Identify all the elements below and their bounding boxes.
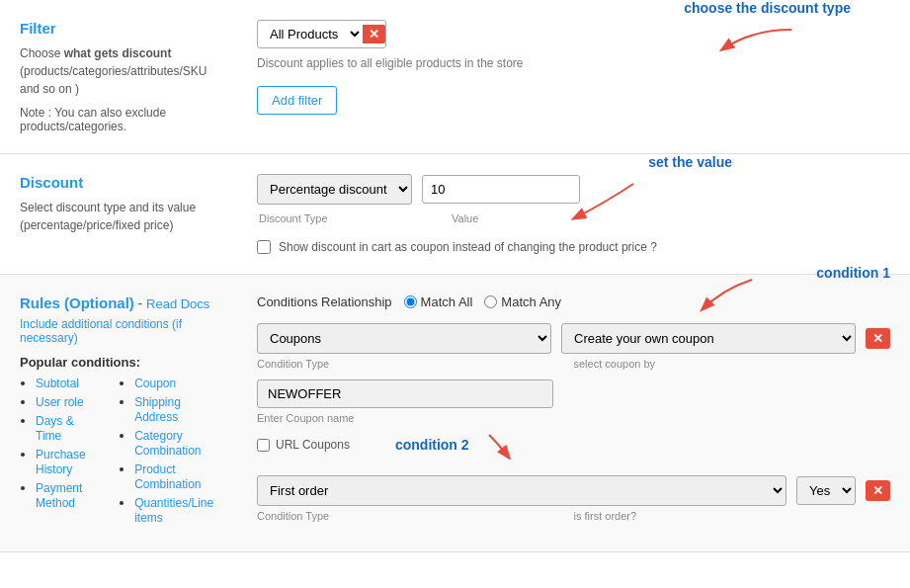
discount-content: Percentage discount Discount Type Value … (237, 174, 910, 254)
list-item: Subtotal (36, 376, 99, 390)
filter-desc: Choose what gets discount (products/cate… (20, 44, 217, 98)
discount-type-label: Discount Type (259, 212, 452, 224)
list-item: Payment Method (36, 480, 99, 510)
match-any-radio[interactable] (484, 295, 497, 308)
condition1-remove-button[interactable]: ✕ (866, 328, 890, 349)
discount-label-area: Discount Select discount type and its va… (0, 174, 237, 254)
match-all-radio[interactable] (404, 295, 417, 308)
url-coupon-checkbox[interactable] (257, 439, 270, 452)
show-as-coupon-row: Show discount in cart as coupon instead … (257, 240, 890, 254)
match-all-label[interactable]: Match All (404, 294, 473, 309)
coupon-name-area (257, 379, 890, 408)
condition2-labels: Condition Type is first order? (257, 510, 890, 522)
payment-method-link[interactable]: Payment Method (36, 481, 82, 510)
list-item: Coupon (134, 376, 217, 390)
discount-title: Discount (20, 174, 217, 191)
read-docs-link[interactable]: Read Docs (146, 296, 209, 311)
filter-hint: Discount applies to all eligible product… (257, 56, 890, 70)
condition2-value-label: is first order? (574, 510, 891, 522)
purchase-history-link[interactable]: Purchase History (36, 448, 86, 476)
discount-value-input[interactable] (422, 175, 580, 204)
list-item: Category Combination (134, 428, 217, 458)
condition1-type-select[interactable]: Coupons (257, 323, 551, 354)
annotation-choose-discount: choose the discount type (684, 0, 851, 16)
rules-title: Rules (Optional) (20, 294, 134, 311)
condition1-select-label: select coupon by (574, 358, 891, 370)
all-products-select[interactable]: All Products (258, 21, 363, 47)
conditions-relationship-row: Conditions Relationship Match All Match … (257, 294, 890, 309)
annotation-set-value: set the value (648, 154, 732, 170)
arrow-condition2 (479, 430, 538, 460)
rules-content: condition 1 Conditions Relationship Matc… (237, 294, 910, 532)
shipping-address-link[interactable]: Shipping Address (134, 395, 181, 424)
all-products-select-wrapper: All Products ✕ (257, 20, 386, 48)
list-item: Days & Time (36, 413, 99, 443)
discount-type-select[interactable]: Percentage discount (257, 174, 412, 205)
show-as-coupon-label: Show discount in cart as coupon instead … (279, 240, 657, 254)
condition2-value-select[interactable]: Yes (796, 476, 856, 505)
clear-filter-button[interactable]: ✕ (363, 25, 385, 43)
popular-col-2: Coupon Shipping Address Category Combina… (119, 376, 217, 529)
list-item: User role (36, 394, 99, 409)
list-item: Shipping Address (134, 394, 217, 424)
condition1-row: Coupons Create your own coupon ✕ (257, 323, 890, 354)
filter-content: All Products ✕ Discount applies to all e… (237, 20, 910, 133)
condition1-by-select[interactable]: Create your own coupon (561, 323, 856, 354)
list-item: Purchase History (36, 447, 99, 476)
add-filter-button[interactable]: Add filter (257, 86, 337, 115)
condition2-type-label: Condition Type (257, 510, 574, 522)
filter-title: Filter (20, 20, 217, 37)
url-coupon-label: URL Coupons (276, 438, 350, 452)
condition1-labels: Condition Type select coupon by (257, 358, 890, 370)
days-time-link[interactable]: Days & Time (36, 414, 74, 443)
show-as-coupon-checkbox[interactable] (257, 240, 271, 254)
product-combination-link[interactable]: Product Combination (134, 462, 201, 491)
coupon-link[interactable]: Coupon (134, 377, 176, 390)
discount-desc: Select discount type and its value (perc… (20, 199, 217, 234)
filter-label-area: Filter Choose what gets discount (produc… (0, 20, 237, 133)
rules-label-area: Rules (Optional) - Read Docs Include add… (0, 294, 237, 529)
quantities-line-items-link[interactable]: Quantities/Line items (134, 496, 213, 525)
coupon-name-input[interactable] (257, 379, 553, 408)
category-combination-link[interactable]: Category Combination (134, 429, 201, 458)
condition1-type-label: Condition Type (257, 358, 574, 370)
conditions-relationship-label: Conditions Relationship (257, 294, 392, 309)
list-item: Product Combination (134, 462, 217, 491)
condition2-remove-button[interactable]: ✕ (866, 480, 890, 501)
match-any-label[interactable]: Match Any (484, 294, 561, 309)
list-item: Quantities/Line items (134, 495, 217, 525)
annotation-condition2: condition 2 (395, 437, 469, 453)
condition2-type-select[interactable]: First order (257, 475, 786, 506)
filter-note: Note : You can also exclude products/cat… (20, 106, 217, 133)
subtotal-link[interactable]: Subtotal (36, 377, 79, 390)
popular-conditions-title: Popular conditions: (20, 355, 217, 370)
enter-coupon-label: Enter Coupon name (257, 412, 890, 424)
user-role-link[interactable]: User role (36, 395, 84, 409)
condition2-row: First order Yes ✕ (257, 475, 890, 506)
popular-conditions-grid: Subtotal User role Days & Time Purchase … (20, 376, 217, 529)
discount-value-label: Value (452, 212, 478, 224)
rules-subtitle: Include additional conditions (if necess… (20, 317, 217, 345)
url-coupon-row: URL Coupons condition 2 (257, 430, 890, 460)
popular-col-1: Subtotal User role Days & Time Purchase … (20, 376, 99, 529)
